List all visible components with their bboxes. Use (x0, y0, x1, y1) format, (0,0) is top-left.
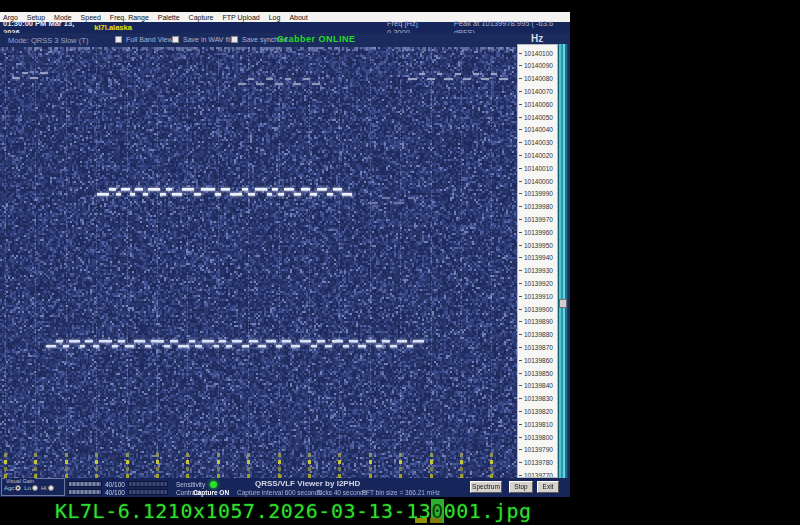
waterfall-display[interactable] (0, 47, 517, 478)
scrollbar-thumb[interactable] (559, 299, 567, 308)
filename-post: 001.jpg (444, 499, 532, 523)
freq-tick-label: 10140030 (519, 137, 553, 149)
freq-tick-label: 10139780 (519, 457, 553, 469)
freq-tick-label: 10139790 (519, 444, 553, 456)
freq-tick-label: 10139980 (519, 201, 553, 213)
freq-tick-label: 10139880 (519, 329, 553, 341)
freq-tick-label: 10140100 (519, 47, 553, 59)
sensitivity-slider-track[interactable] (128, 481, 168, 487)
checkbox-box[interactable] (115, 36, 122, 43)
control-bar: Visual Gain Agc Lo Hi (0, 478, 570, 497)
freq-tick-label: 10139990 (519, 188, 553, 200)
contrast-slider[interactable] (68, 489, 102, 495)
grabber-filename-text: KL7L-6.1210x1057.2026-03-13-130001.jpg (55, 499, 532, 523)
menu-item-about[interactable]: About (289, 14, 307, 21)
checkbox-save-wav[interactable]: Save in WAV file (172, 36, 234, 43)
menu-item-ftp-upload[interactable]: FTP Upload (222, 14, 259, 21)
grabber-status-badge: Grabber ONLINE (277, 34, 356, 44)
capture-interval-label: Capture interval 600 seconds (237, 489, 322, 496)
scale-unit-label: Hz (531, 33, 543, 44)
freq-tick-label: 10139850 (519, 367, 553, 379)
freq-tick-label: 10139910 (519, 290, 553, 302)
frequency-scrollbar[interactable] (558, 44, 568, 478)
freq-tick-label: 10139870 (519, 341, 553, 353)
freq-tick-label: 10139930 (519, 265, 553, 277)
mode-label: Mode: QRSS 3 Slow (T) (8, 36, 88, 45)
app-credit: QRSS/VLF Viewer by I2PHD (255, 479, 360, 488)
ticks-label: Ticks 40 seconds (317, 489, 367, 496)
checkbox-label: Save in WAV file (183, 36, 234, 43)
freq-tick-label: 10139960 (519, 226, 553, 238)
cursor-artifact (415, 518, 427, 523)
menu-item-capture[interactable]: Capture (189, 14, 214, 21)
freq-tick-label: 10140000 (519, 175, 553, 187)
freq-tick-label: 10140050 (519, 111, 553, 123)
checkbox-box[interactable] (172, 36, 179, 43)
freq-tick-label: 10140010 (519, 162, 553, 174)
capture-led (210, 481, 217, 488)
checkbox-label: Full Band View (126, 36, 173, 43)
radio-lo[interactable]: Lo (24, 485, 38, 491)
frequency-scale: 1014010010140090101400801014007010140060… (517, 44, 558, 478)
sensitivity-slider[interactable] (68, 481, 102, 487)
freq-tick-label: 10139890 (519, 316, 553, 328)
sensitivity-row: 40/100 Sensitivity (68, 480, 228, 488)
freq-tick-label: 10140080 (519, 73, 553, 85)
visual-gain-title: Visual Gain (5, 478, 35, 484)
freq-tick-label: 10140060 (519, 98, 553, 110)
visual-gain-group: Visual Gain Agc Lo Hi (1, 478, 65, 496)
screen: ArgoSetupModeSpeedFreq. RangePaletteCapt… (0, 0, 800, 525)
freq-tick-label: 10140070 (519, 85, 553, 97)
freq-tick-label: 10139920 (519, 277, 553, 289)
radio-button[interactable] (32, 485, 38, 491)
stop-button[interactable]: Stop (509, 481, 533, 493)
checkbox-full-band-view[interactable]: Full Band View (115, 36, 173, 43)
fft-bin-label: FFT bin size = 366.21 mHz (362, 489, 440, 496)
menu-item-log[interactable]: Log (269, 14, 281, 21)
contrast-value: 40/100 (105, 489, 125, 496)
freq-tick-label: 10139950 (519, 239, 553, 251)
argo-window: ArgoSetupModeSpeedFreq. RangePaletteCapt… (0, 12, 570, 497)
filename-pre: KL7L-6.1210x1057.2026-03-13-13 (55, 499, 431, 523)
sensitivity-value: 40/100 (105, 481, 125, 488)
radio-button[interactable] (48, 485, 54, 491)
callsign-label: kl7l.alaska (94, 23, 132, 32)
capture-on-toggle[interactable]: Capture ON (193, 489, 229, 496)
radio-hi[interactable]: Hi (41, 485, 54, 491)
contrast-slider-track[interactable] (128, 489, 168, 495)
freq-tick-label: 10139810 (519, 418, 553, 430)
radio-label: Lo (24, 485, 31, 491)
freq-tick-label: 10140040 (519, 124, 553, 136)
freq-tick-label: 10140090 (519, 60, 553, 72)
exit-button[interactable]: Exit (537, 481, 559, 493)
sensitivity-label: Sensitivity (176, 481, 205, 488)
freq-tick-label: 10139800 (519, 431, 553, 443)
radio-agc[interactable]: Agc (4, 485, 21, 491)
status-bar: 01:30:00 PM Mar 13, 2026 kl7l.alaska Fre… (0, 22, 570, 33)
radio-label: Hi (41, 485, 47, 491)
menu-item-freq-range[interactable]: Freq. Range (110, 14, 149, 21)
freq-tick-label: 10139830 (519, 393, 553, 405)
checkbox-box[interactable] (231, 36, 238, 43)
freq-tick-label: 10139860 (519, 354, 553, 366)
freq-tick-label: 10140020 (519, 149, 553, 161)
freq-tick-label: 10139970 (519, 213, 553, 225)
freq-tick-label: 10139840 (519, 380, 553, 392)
radio-label: Agc (4, 485, 14, 491)
visual-gain-radios: Agc Lo Hi (4, 485, 57, 491)
freq-tick-label: 10139940 (519, 252, 553, 264)
radio-button[interactable] (15, 485, 21, 491)
freq-tick-label: 10139900 (519, 303, 553, 315)
menu-item-palette[interactable]: Palette (158, 14, 180, 21)
freq-tick-label: 10139820 (519, 405, 553, 417)
cursor-artifact (430, 518, 442, 523)
spectrum-button[interactable]: Spectrum (470, 481, 502, 493)
freq-tick-label: 10139770 (519, 469, 553, 478)
